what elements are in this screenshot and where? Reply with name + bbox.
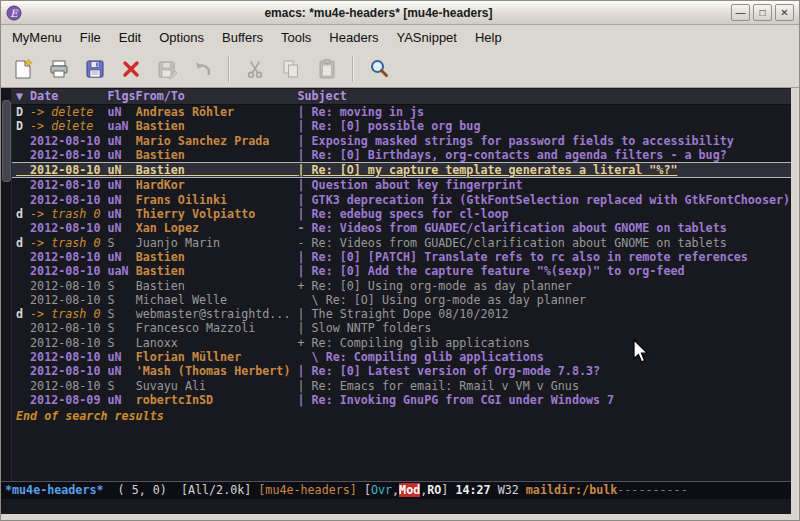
msg-from: webmaster@straightd... (136, 307, 298, 321)
msg-date: 2012-08-10 (30, 264, 107, 278)
maximize-button[interactable]: □ (753, 4, 772, 21)
msg-subject: | Re: [0] Latest version of Org-mode 7.8… (297, 364, 600, 378)
msg-subject: | Re: [0] [PATCH] Translate refs to rc a… (297, 250, 747, 264)
modeline-bracket-close: ] (441, 483, 455, 497)
msg-mark: D (16, 105, 30, 119)
msg-flags: S (107, 236, 135, 250)
message-row[interactable]: d -> trash 0 S webmaster@straightd... | … (12, 307, 791, 321)
title-bar[interactable]: E emacs: *mu4e-headers* [mu4e-headers] —… (1, 1, 799, 25)
msg-flags: S (107, 279, 135, 293)
msg-date: -> delete (30, 119, 107, 133)
modeline-time: 14:27 (455, 483, 497, 497)
msg-mark (16, 134, 30, 148)
save-button[interactable] (77, 53, 113, 85)
msg-flags: S (107, 307, 135, 321)
menu-tools[interactable]: Tools (272, 25, 320, 50)
message-row[interactable]: 2012-08-10 uN Mario Sanchez Prada | Expo… (12, 134, 791, 148)
message-row[interactable]: 2012-08-10 uN Frans Oilinki | GTK3 depre… (12, 193, 791, 207)
msg-from: Bastien (136, 250, 298, 264)
msg-date: -> delete (30, 105, 107, 119)
msg-mark (16, 250, 30, 264)
emacs-icon: E (6, 5, 22, 21)
msg-from: Michael Welle (136, 293, 298, 307)
msg-flags: uN (107, 193, 135, 207)
minimize-button[interactable]: — (731, 4, 750, 21)
modeline-window: W32 (498, 483, 526, 497)
msg-from: Francesco Mazzoli (136, 321, 298, 335)
scrollbar[interactable] (1, 88, 12, 481)
menu-mymenu[interactable]: MyMenu (3, 25, 71, 50)
msg-flags: uN (107, 364, 135, 378)
undo-arrow-icon (192, 58, 214, 80)
message-list: D -> delete uN Andreas Röhler | Re: movi… (12, 105, 791, 407)
msg-subject: | Question about key fingerprint (297, 178, 522, 192)
msg-flags: S (107, 379, 135, 393)
message-row[interactable]: 2012-08-10 uN Bastien | Re: [0] [PATCH] … (12, 250, 791, 264)
scrollbar-thumb[interactable] (2, 100, 11, 182)
message-row[interactable]: 2012-08-09 uN robertcInSD | Re: Invoking… (12, 393, 791, 407)
msg-date: 2012-08-10 (30, 279, 107, 293)
menu-edit[interactable]: Edit (110, 25, 150, 50)
message-row[interactable]: 2012-08-10 uN Bastien | Re: [O] my captu… (12, 162, 791, 178)
search-button[interactable] (361, 53, 397, 85)
minibuffer[interactable] (1, 499, 791, 514)
menu-headers[interactable]: Headers (320, 25, 387, 50)
menu-file[interactable]: File (71, 25, 110, 50)
magnifier-icon (368, 58, 390, 80)
toolbar-separator (228, 56, 230, 82)
msg-mark (16, 178, 30, 192)
message-row[interactable]: 2012-08-10 S Suvayu Ali | Re: Emacs for … (12, 379, 791, 393)
menu-buffers[interactable]: Buffers (213, 25, 272, 50)
message-row[interactable]: 2012-08-10 uN 'Mash (Thomas Herbert) | R… (12, 364, 791, 378)
kill-buffer-button[interactable] (113, 53, 149, 85)
msg-flags: uN (107, 163, 135, 177)
mu4e-headers-buffer: ▼ Date FlgsFrom/To Subject D -> delete u… (12, 88, 791, 481)
msg-flags: S (107, 293, 135, 307)
msg-date: 2012-08-10 (30, 379, 107, 393)
close-button[interactable]: ✕ (775, 4, 794, 21)
message-row[interactable]: d -> trash 0 S Juanjo Marin - Re: Videos… (12, 236, 791, 250)
message-row[interactable]: 2012-08-10 uN Xan Lopez - Re: Videos fro… (12, 221, 791, 235)
menu-yasnippet[interactable]: YASnippet (387, 25, 465, 50)
msg-from: Juanjo Marin (136, 236, 298, 250)
message-row[interactable]: 2012-08-10 S Lanoxx + Re: Compiling glib… (12, 336, 791, 350)
copy-button (273, 53, 309, 85)
msg-mark (16, 350, 30, 364)
message-row[interactable]: 2012-08-10 uN HardKor | Question about k… (12, 178, 791, 192)
header-line: ▼ Date FlgsFrom/To Subject (12, 89, 791, 105)
msg-from: Bastien (136, 264, 298, 278)
msg-from: HardKor (136, 178, 298, 192)
modeline-modified: Mod (399, 483, 420, 497)
message-row[interactable]: 2012-08-10 uN Florian Müllner \ Re: Comp… (12, 350, 791, 364)
message-row[interactable]: 2012-08-10 uaN Bastien | Re: [0] Add the… (12, 264, 791, 278)
msg-from: Xan Lopez (136, 221, 298, 235)
message-row[interactable]: 2012-08-10 uN Bastien | Re: [0] Birthday… (12, 148, 791, 162)
close-x-icon (120, 58, 142, 80)
msg-from: Florian Müllner (136, 350, 298, 364)
message-row[interactable]: D -> delete uaN Bastien | Re: [0] possib… (12, 119, 791, 133)
scissors-icon (244, 58, 266, 80)
print-button[interactable] (41, 53, 77, 85)
msg-subject: | Re: moving in js (297, 105, 424, 119)
msg-flags: uN (107, 221, 135, 235)
message-row[interactable]: d -> trash 0 uN Thierry Volpiatto | Re: … (12, 207, 791, 221)
message-row[interactable]: 2012-08-10 S Michael Welle \ Re: [O] Usi… (12, 293, 791, 307)
print-icon (48, 58, 70, 80)
message-row[interactable]: 2012-08-10 S Francesco Mazzoli | Slow NN… (12, 321, 791, 335)
msg-subject: | Re: [O] my capture template generates … (297, 163, 677, 177)
tool-bar (1, 50, 799, 88)
menu-options[interactable]: Options (150, 25, 213, 50)
msg-flags: S (107, 321, 135, 335)
msg-subject: | Re: Invoking GnuPG from CGI under Wind… (297, 393, 614, 407)
message-row[interactable]: 2012-08-10 S Bastien + Re: [0] Using org… (12, 279, 791, 293)
new-file-button[interactable] (5, 53, 41, 85)
msg-date: 2012-08-10 (30, 350, 107, 364)
modeline-buffer-name: *mu4e-headers* (5, 483, 104, 497)
msg-date: 2012-08-10 (30, 134, 107, 148)
menu-help[interactable]: Help (466, 25, 511, 50)
message-row[interactable]: D -> delete uN Andreas Röhler | Re: movi… (12, 105, 791, 119)
msg-subject: \ Re: Compiling glib applications (297, 350, 543, 364)
msg-from: Thierry Volpiatto (136, 207, 298, 221)
msg-subject: | Exposing masked strings for password f… (297, 134, 733, 148)
mode-line: *mu4e-headers* ( 5, 0) [All/2.0k] [mu4e-… (1, 481, 791, 499)
